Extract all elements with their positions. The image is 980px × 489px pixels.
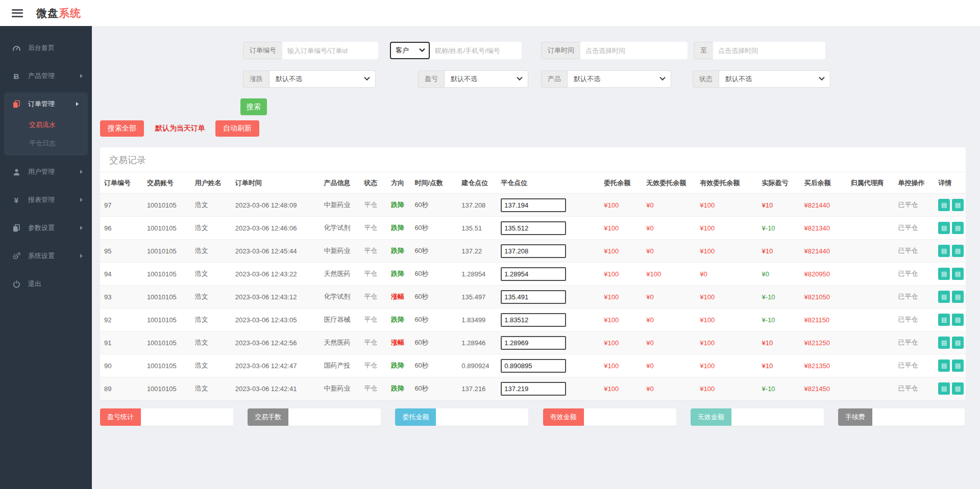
summary-value-input[interactable] (288, 408, 381, 426)
summary-value-input[interactable] (584, 408, 676, 426)
sidebar-item-products[interactable]: Ƀ 产品管理 (0, 64, 92, 88)
sidebar-item-dashboard[interactable]: 后台首页 (0, 36, 92, 60)
customer-input[interactable] (430, 42, 522, 59)
cell-open-point: 1.83499 (457, 308, 497, 331)
product-select[interactable]: 默认不选 (567, 70, 671, 88)
order-detail-icon[interactable]: ▤ (938, 382, 950, 395)
sidebar-item-system[interactable]: 系统设置 (0, 244, 92, 268)
sidebar-item-orders[interactable]: 订单管理 (4, 92, 88, 116)
order-time-start-input[interactable] (580, 42, 688, 59)
status-select[interactable]: 默认不选 (719, 70, 830, 88)
sidebar-item-users[interactable]: 用户管理 (0, 160, 92, 184)
cell-after-balance: ¥821250 (800, 331, 846, 354)
order-detail-icon[interactable]: ▤ (952, 268, 964, 280)
cell-after-balance: ¥821440 (800, 194, 846, 217)
chevron-down-icon (419, 46, 425, 52)
trade-records-card: 交易记录 订单编号交易账号用户姓名订单时间产品信息状态方向时间/点数建仓点位平仓… (100, 147, 966, 400)
cell-detail: ▤▤ (934, 308, 966, 331)
close-point-input[interactable] (501, 221, 566, 235)
cell-open-point: 137.216 (457, 377, 497, 400)
order-detail-icon[interactable]: ▤ (938, 222, 950, 234)
cell-account: 10010105 (143, 331, 191, 354)
order-detail-icon[interactable]: ▤ (938, 245, 950, 257)
summary-bar: 盈亏统计 交易手数 委托金额 有效金额 无效金额 手续费 (100, 408, 965, 426)
order-detail-icon[interactable]: ▤ (952, 222, 964, 234)
column-header-16: 单控操作 (894, 172, 934, 194)
cell-duration: 60秒 (410, 240, 457, 263)
cell-entrust-balance: ¥100 (600, 308, 642, 331)
gears-icon (11, 252, 21, 260)
cell-name: 浩文 (191, 263, 231, 286)
profit-loss-select[interactable]: 默认不选 (444, 70, 528, 88)
cell-close-point (497, 240, 600, 263)
close-point-input[interactable] (501, 382, 566, 396)
close-point-input[interactable] (501, 244, 566, 258)
sidebar-item-reports[interactable]: ¥ 报表管理 (0, 188, 92, 212)
order-detail-icon[interactable]: ▤ (952, 359, 964, 372)
order-detail-icon[interactable]: ▤ (938, 291, 950, 303)
cell-account: 10010105 (143, 263, 191, 286)
order-detail-icon[interactable]: ▤ (938, 268, 950, 280)
cell-detail: ▤▤ (934, 377, 966, 400)
dashboard-icon (11, 44, 21, 52)
cell-agent (846, 286, 894, 308)
sidebar-subitem[interactable]: 平仓日志 (4, 134, 88, 152)
cell-time: 2023-03-06 12:43:22 (231, 263, 320, 286)
order-time-end-input[interactable] (713, 42, 825, 59)
hamburger-menu-icon[interactable] (12, 9, 23, 17)
close-point-input[interactable] (501, 198, 566, 212)
summary-value-input[interactable] (872, 408, 965, 426)
sidebar-item-logout[interactable]: 退出 (0, 272, 92, 296)
order-detail-icon[interactable]: ▤ (952, 337, 964, 349)
order-detail-icon[interactable]: ▤ (952, 291, 964, 303)
cell-after-balance: ¥821440 (800, 240, 846, 263)
to-label: 至 (694, 42, 713, 59)
summary-value-input[interactable] (141, 408, 233, 426)
table-row: 91 10010105 浩文 2023-03-06 12:42:56 天然医药 … (100, 331, 966, 354)
column-header-14: 买后余额 (800, 172, 846, 194)
cell-name: 浩文 (191, 331, 231, 354)
order-detail-icon[interactable]: ▤ (952, 199, 964, 211)
action-bar: 搜索全部 默认为当天订单 自动刷新 (92, 120, 980, 137)
close-point-input[interactable] (501, 313, 566, 327)
column-header-7: 时间/点数 (410, 172, 457, 194)
cell-account: 10010105 (143, 286, 191, 308)
cell-account: 10010105 (143, 377, 191, 400)
order-detail-icon[interactable]: ▤ (938, 314, 950, 326)
close-point-input[interactable] (501, 359, 566, 373)
summary-value-input[interactable] (731, 408, 824, 426)
order-detail-icon[interactable]: ▤ (952, 382, 964, 395)
cell-valid-entrust: ¥100 (696, 354, 757, 377)
cell-product: 中新药业 (320, 377, 360, 400)
auto-refresh-button[interactable]: 自动刷新 (215, 120, 259, 137)
cell-direction: 涨幅 (387, 331, 410, 354)
order-no-input[interactable] (282, 42, 378, 59)
cell-valid-entrust: ¥100 (696, 217, 757, 240)
close-point-input[interactable] (501, 290, 566, 304)
sidebar-item-params[interactable]: 参数设置 (0, 216, 92, 240)
cell-product: 中新药业 (320, 194, 360, 217)
summary-value-input[interactable] (436, 408, 528, 426)
order-detail-icon[interactable]: ▤ (938, 199, 950, 211)
table-row: 90 10010105 浩文 2023-03-06 12:42:47 国药产投 … (100, 354, 966, 377)
customer-type-select[interactable]: 客户 (390, 42, 430, 59)
rise-fall-select[interactable]: 默认不选 (269, 70, 376, 88)
close-point-input[interactable] (501, 267, 566, 281)
params-icon (11, 224, 21, 232)
order-detail-icon[interactable]: ▤ (938, 337, 950, 349)
table-row: 96 10010105 浩文 2023-03-06 12:46:06 化学试剂 … (100, 217, 966, 240)
cell-invalid-entrust: ¥0 (642, 217, 696, 240)
close-point-input[interactable] (501, 336, 566, 350)
search-all-button[interactable]: 搜索全部 (100, 120, 144, 137)
order-detail-icon[interactable]: ▤ (952, 314, 964, 326)
cell-after-balance: ¥820950 (800, 263, 846, 286)
trade-records-table: 订单编号交易账号用户姓名订单时间产品信息状态方向时间/点数建仓点位平仓点位委托余… (100, 172, 966, 400)
sidebar-subitem[interactable]: 交易流水 (4, 116, 88, 134)
search-button[interactable]: 搜索 (240, 98, 267, 115)
column-header-9: 平仓点位 (497, 172, 600, 194)
order-detail-icon[interactable]: ▤ (938, 359, 950, 372)
cell-close-point (497, 377, 600, 400)
summary-group: 盈亏统计 (100, 408, 233, 426)
order-no-label: 订单编号 (243, 42, 282, 59)
order-detail-icon[interactable]: ▤ (952, 245, 964, 257)
